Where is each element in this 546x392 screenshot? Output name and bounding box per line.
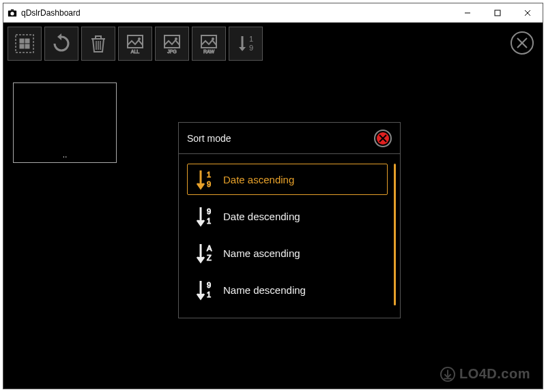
svg-text:RAW: RAW [203, 49, 214, 54]
app-window: qDslrDashboard [3, 3, 543, 389]
sort-option-label: Date ascending [223, 174, 294, 185]
sort-option-name-asc[interactable]: A Z Name ascending [187, 237, 388, 269]
window-controls [452, 3, 543, 22]
svg-rect-9 [20, 44, 24, 48]
svg-point-21 [212, 37, 214, 40]
sort-desc-91-icon: 9 1 [195, 205, 215, 227]
window-title: qDslrDashboard [21, 8, 81, 18]
svg-point-18 [175, 37, 177, 40]
dialog-header: Sort mode [179, 123, 400, 154]
watermark-text: LO4D.com [459, 366, 530, 382]
close-button[interactable] [513, 3, 543, 22]
svg-text:1: 1 [207, 170, 211, 179]
thumbnail-folder[interactable]: .. [13, 82, 117, 163]
select-all-button[interactable] [8, 27, 42, 61]
svg-text:A: A [207, 244, 212, 252]
sort-option-label: Name ascending [223, 247, 300, 259]
sort-option-date-desc[interactable]: 9 1 Date descending [187, 200, 388, 232]
scrollbar[interactable] [394, 164, 396, 305]
exit-view-button[interactable] [510, 31, 534, 55]
svg-text:1: 1 [207, 217, 211, 225]
toolbar: ALL JPG RAW [8, 27, 263, 61]
svg-text:1: 1 [249, 35, 253, 43]
maximize-button[interactable] [483, 3, 513, 22]
sort-option-label: Date descending [223, 211, 300, 222]
delete-button[interactable] [81, 27, 115, 61]
svg-rect-8 [25, 39, 29, 43]
rotate-button[interactable] [44, 27, 78, 61]
dialog-title: Sort mode [187, 133, 231, 144]
camera-icon [8, 8, 17, 18]
svg-point-1 [10, 12, 14, 15]
titlebar: qDslrDashboard [3, 3, 543, 22]
minimize-button[interactable] [452, 3, 483, 22]
sort-asc-az-icon: A Z [195, 242, 215, 264]
sort-button[interactable]: 1 9 [229, 27, 263, 61]
client-area: ALL JPG RAW [3, 22, 543, 389]
svg-text:JPG: JPG [167, 49, 177, 54]
svg-text:9: 9 [249, 44, 253, 52]
watermark: LO4D.com [440, 366, 530, 382]
svg-point-15 [138, 37, 141, 40]
sort-desc-91-icon: 9 1 [195, 279, 215, 301]
sort-option-date-asc[interactable]: 1 9 Date ascending [187, 164, 388, 195]
svg-text:9: 9 [207, 281, 211, 289]
svg-text:9: 9 [207, 207, 211, 215]
svg-text:1: 1 [207, 290, 211, 299]
filter-jpg-button[interactable]: JPG [155, 27, 189, 61]
sort-mode-dialog: Sort mode 1 9 [178, 122, 401, 318]
dialog-close-button[interactable] [374, 130, 392, 147]
sort-asc-19-icon: 1 9 [195, 168, 215, 190]
filter-all-button[interactable]: ALL [118, 27, 152, 61]
svg-text:9: 9 [207, 180, 211, 188]
title-left: qDslrDashboard [8, 8, 81, 18]
sort-options-list: 1 9 Date ascending 9 1 Date descending [187, 164, 388, 305]
svg-rect-3 [495, 10, 500, 16]
svg-rect-10 [25, 44, 29, 48]
sort-option-label: Name descending [223, 284, 306, 296]
svg-text:Z: Z [207, 254, 212, 262]
filter-raw-button[interactable]: RAW [192, 27, 226, 61]
sort-option-name-desc[interactable]: 9 1 Name descending [187, 274, 388, 305]
svg-rect-6 [16, 35, 33, 52]
svg-rect-7 [20, 39, 24, 43]
dialog-body: 1 9 Date ascending 9 1 Date descending [179, 154, 400, 318]
svg-text:ALL: ALL [131, 49, 140, 54]
thumbnail-caption: .. [63, 150, 68, 160]
download-icon [440, 367, 455, 382]
